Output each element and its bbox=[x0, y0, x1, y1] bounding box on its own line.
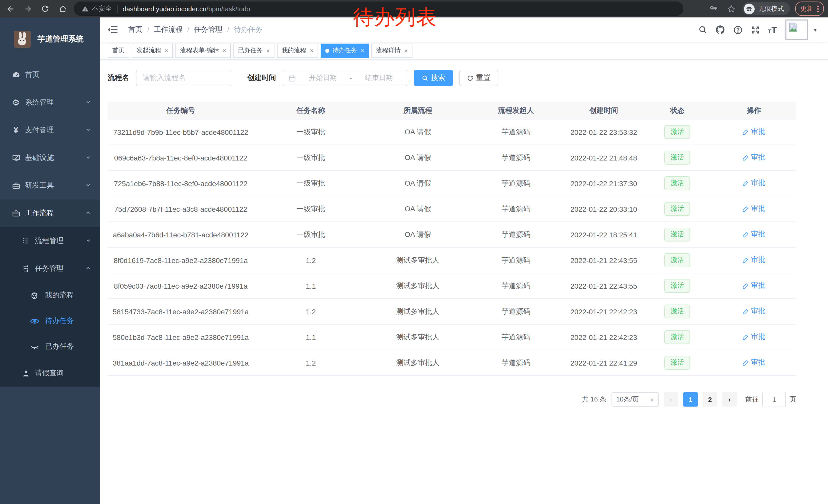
close-icon[interactable]: × bbox=[223, 47, 226, 54]
edit-pencil-icon bbox=[742, 308, 749, 315]
tab-home[interactable]: 首页 bbox=[108, 43, 129, 58]
github-icon[interactable] bbox=[715, 25, 726, 35]
tab-my-process[interactable]: 我的流程× bbox=[277, 43, 318, 58]
close-icon[interactable]: × bbox=[310, 47, 314, 54]
next-page-button[interactable]: › bbox=[722, 392, 737, 407]
sidebar-item-home[interactable]: 首页 bbox=[0, 61, 100, 89]
status-cell: 激活 bbox=[643, 247, 711, 273]
status-badge: 激活 bbox=[665, 176, 690, 190]
page-size-select[interactable]: 10条/页 ∨ bbox=[612, 392, 659, 407]
search-icon[interactable] bbox=[698, 25, 707, 34]
action-cell: 审批 bbox=[711, 119, 796, 145]
date-range-separator: - bbox=[350, 74, 352, 82]
page-button-2[interactable]: 2 bbox=[703, 392, 717, 407]
sidebar-item-infrastructure[interactable]: 基础设施 bbox=[0, 144, 100, 172]
start-date-placeholder: 开始日期 bbox=[300, 73, 346, 83]
pagination: 共 16 条 10条/页 ∨ ‹ 1 2 › 前往 页 bbox=[108, 392, 796, 407]
back-icon[interactable] bbox=[4, 3, 16, 15]
approve-link[interactable]: 审批 bbox=[742, 358, 765, 367]
action-cell: 审批 bbox=[711, 222, 796, 247]
table-row: 069c6a63-7b8a-11ec-8ef0-acde48001122 一级审… bbox=[108, 145, 796, 171]
approve-link[interactable]: 审批 bbox=[742, 127, 765, 137]
breadcrumb-item[interactable]: 任务管理 bbox=[194, 25, 223, 34]
approve-link[interactable]: 审批 bbox=[742, 204, 765, 214]
sidebar-item-leave-query[interactable]: 请假查询 bbox=[0, 359, 100, 387]
sidebar-item-label: 请假查询 bbox=[35, 369, 64, 378]
approve-link[interactable]: 审批 bbox=[742, 153, 765, 162]
browser-menu-icon[interactable] bbox=[817, 5, 819, 12]
tab-done-tasks[interactable]: 已办任务× bbox=[234, 43, 275, 58]
chevron-up-icon bbox=[85, 265, 91, 273]
approve-link[interactable]: 审批 bbox=[742, 230, 765, 239]
process-name-input[interactable]: 请输入流程名 bbox=[136, 70, 232, 86]
breadcrumb-separator: / bbox=[187, 26, 189, 34]
sidebar-item-devtools[interactable]: 研发工具 bbox=[0, 172, 100, 199]
forward-icon[interactable] bbox=[22, 3, 34, 15]
help-icon[interactable] bbox=[733, 25, 743, 35]
incognito-badge: 无痕模式 bbox=[742, 2, 790, 15]
tab-process-form-edit[interactable]: 流程表单-编辑× bbox=[175, 43, 231, 58]
task-name-cell: 1.2 bbox=[254, 299, 368, 324]
avatar-broken-image-icon[interactable] bbox=[785, 19, 808, 40]
reset-button[interactable]: 重置 bbox=[459, 70, 498, 86]
column-header: 操作 bbox=[711, 102, 796, 119]
close-icon[interactable]: × bbox=[165, 47, 168, 54]
approve-link[interactable]: 审批 bbox=[742, 281, 765, 290]
edit-pencil-icon bbox=[742, 334, 749, 340]
tab-process-detail[interactable]: 流程详情× bbox=[371, 43, 412, 58]
status-cell: 激活 bbox=[643, 273, 711, 299]
sidebar-item-done-tasks[interactable]: 已办任务 bbox=[0, 334, 100, 359]
table-row: 580e1b3d-7ac8-11ec-a9e2-a2380e71991a 1.1… bbox=[108, 324, 796, 350]
tab-todo-tasks[interactable]: 待办任务× bbox=[321, 43, 369, 58]
task-table-header: 任务编号任务名称所属流程流程发起人创建时间状态操作 bbox=[108, 102, 796, 119]
date-range-input[interactable]: 开始日期 - 结束日期 bbox=[283, 70, 407, 86]
sidebar-item-my-process[interactable]: 我的流程 bbox=[0, 282, 100, 308]
process-cell: OA 请假 bbox=[368, 145, 468, 171]
end-date-placeholder: 结束日期 bbox=[356, 73, 402, 83]
sidebar-item-todo-tasks[interactable]: 待办任务 bbox=[0, 308, 100, 334]
sidebar-item-workflow[interactable]: 工作流程 bbox=[0, 199, 100, 227]
approve-link[interactable]: 审批 bbox=[742, 256, 765, 265]
close-icon[interactable]: × bbox=[404, 47, 408, 54]
home-icon[interactable] bbox=[56, 3, 69, 15]
column-header: 流程发起人 bbox=[468, 102, 564, 119]
chevron-up-icon bbox=[85, 209, 91, 217]
logo-bar[interactable]: 芋道管理系统 bbox=[0, 17, 100, 61]
close-icon[interactable]: × bbox=[266, 47, 270, 54]
bookmark-star-icon[interactable] bbox=[725, 3, 737, 15]
initiator-cell: 芋道源码 bbox=[468, 247, 564, 273]
table-row: 381aa1dd-7ac8-11ec-a9e2-a2380e71991a 1.2… bbox=[108, 350, 796, 375]
breadcrumb-item[interactable]: 首页 bbox=[128, 25, 142, 34]
approve-link[interactable]: 审批 bbox=[742, 332, 765, 342]
status-badge: 激活 bbox=[665, 202, 690, 216]
avatar-dropdown-caret-icon[interactable]: ▼ bbox=[813, 27, 818, 33]
initiator-cell: 芋道源码 bbox=[468, 222, 564, 247]
key-icon[interactable] bbox=[707, 3, 720, 15]
update-button[interactable]: 更新 bbox=[795, 2, 824, 16]
prev-page-button[interactable]: ‹ bbox=[664, 392, 678, 407]
font-size-icon[interactable]: TT bbox=[768, 26, 777, 34]
page-button-1[interactable]: 1 bbox=[683, 392, 698, 407]
sidebar-item-payment[interactable]: ¥ 支付管理 bbox=[0, 117, 100, 144]
process-cell: 测试多审批人 bbox=[368, 350, 468, 375]
action-cell: 审批 bbox=[711, 247, 796, 273]
fullscreen-icon[interactable] bbox=[750, 25, 760, 35]
address-bar[interactable]: 不安全 dashboard.yudao.iocoder.cn/bpm/task/… bbox=[74, 2, 683, 16]
goto-page-input[interactable] bbox=[762, 392, 786, 407]
tab-start-process[interactable]: 发起流程× bbox=[132, 43, 173, 58]
status-badge: 激活 bbox=[665, 253, 690, 267]
approve-link[interactable]: 审批 bbox=[742, 179, 765, 188]
search-button[interactable]: 搜索 bbox=[414, 70, 453, 86]
sidebar-item-system[interactable]: ⚙ 系统管理 bbox=[0, 89, 100, 117]
approve-link[interactable]: 审批 bbox=[742, 307, 765, 316]
sidebar-item-task-mgmt[interactable]: 任务管理 bbox=[0, 255, 100, 282]
close-icon[interactable]: × bbox=[361, 47, 364, 54]
sidebar-fold-icon[interactable] bbox=[108, 26, 118, 34]
sidebar-item-process-mgmt[interactable]: 流程管理 bbox=[0, 227, 100, 255]
reload-icon[interactable] bbox=[39, 3, 51, 15]
breadcrumb-item[interactable]: 工作流程 bbox=[154, 25, 182, 34]
chevron-down-icon bbox=[85, 154, 91, 162]
status-cell: 激活 bbox=[643, 299, 711, 324]
toolbox-icon bbox=[11, 181, 20, 190]
created-time-cell: 2022-01-21 22:43:55 bbox=[564, 273, 643, 299]
